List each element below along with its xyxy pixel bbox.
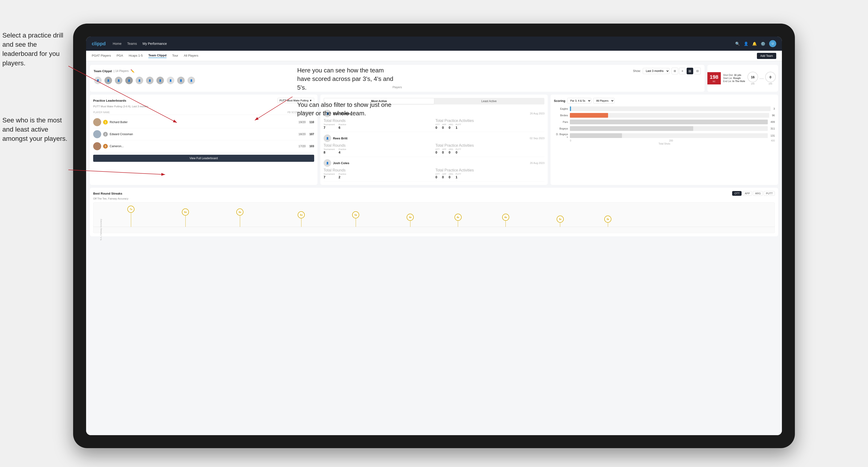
dot-chart-container: 7x 6x 6x 5x [93, 203, 775, 233]
player-avatar-8[interactable]: 👤 [166, 76, 175, 85]
streak-filter-arg[interactable]: ARG [753, 191, 763, 196]
view-card-btn[interactable]: ▤ [687, 68, 693, 74]
dot-5x-1: 5x [298, 211, 305, 227]
pa-arg-3: ARG 0 [448, 173, 453, 179]
subnav-tour[interactable]: Tour [172, 54, 178, 58]
nav-link-myperformance[interactable]: My Performance [143, 42, 167, 45]
lb-name-2: Edward Crossman [110, 132, 297, 136]
show-select[interactable]: Last 3 months [643, 68, 670, 74]
scoring-par-filter[interactable]: Par 3, 4 & 5s [567, 98, 591, 103]
scoring-card: Scoring Par 3, 4 & 5s All Players Eagles [551, 95, 778, 185]
view-full-leaderboard-button[interactable]: View Full Leaderboard [93, 155, 314, 162]
player-avatar-5[interactable]: 👤 [135, 76, 144, 85]
team-top-row: Team Clippd | 14 Players ✏️ Show: Last 3… [94, 68, 701, 74]
lb-avatar-1 [93, 118, 101, 126]
practice-leaderboard-card: Practice Leaderboards PUTT Must Make Put… [90, 95, 317, 185]
dot-bubble-6x-2: 6x [236, 209, 243, 216]
nav-icons: 🔍 👤 🔔 ⚙️ U [735, 40, 776, 47]
annotation-bottom-left: See who is the most and least active amo… [2, 116, 68, 144]
pa-tournament-3: Tournament 7 [323, 173, 335, 179]
lb-row-2: 2 Edward Crossman 18/20 107 [93, 128, 314, 140]
search-icon[interactable]: 🔍 [735, 41, 740, 46]
pa-practice-acts-2: Total Practice Activities OTT 0 APP 0 [435, 144, 545, 154]
lb-avatar-2 [93, 130, 101, 138]
player-avatar-7[interactable]: 👤 [156, 76, 164, 85]
dot-3x-2: 3x [604, 216, 611, 227]
dot-bubble-6x-1: 6x [182, 209, 189, 216]
scoring-players-filter[interactable]: All Players [593, 98, 614, 103]
chart-x-title: Total Shots [554, 143, 775, 145]
show-label: Show: [633, 69, 641, 73]
pa-date-1: 26 Aug 2023 [530, 112, 545, 115]
bar-fill-birdies [570, 113, 608, 118]
person-icon[interactable]: 👤 [744, 41, 748, 46]
pa-practice-3: Practice 2 [338, 173, 346, 179]
shot-circle-2: 0 [765, 72, 776, 82]
nav-link-home[interactable]: Home [113, 42, 121, 45]
dot-6x-1: 6x [182, 209, 189, 227]
subnav-pgat[interactable]: PGAT Players [92, 54, 111, 58]
nav-links: Home Teams My Performance [113, 42, 735, 45]
view-filter-btn[interactable]: ⊟ [694, 68, 701, 74]
subnav-team-clippd[interactable]: Team Clippd [148, 54, 166, 58]
add-team-button[interactable]: Add Team [757, 53, 776, 59]
player-avatar-1[interactable]: 👤 [94, 76, 102, 85]
least-active-tab[interactable]: Least Active [434, 98, 544, 104]
bar-label-bogeys: Bogeys [554, 127, 568, 130]
dot-bubble-4x-3: 4x [502, 214, 509, 221]
streak-filter-putt[interactable]: PUTT [764, 191, 775, 196]
bar-val-eagles: 3 [773, 107, 775, 110]
bar-val-bogeys: 311 [771, 127, 775, 130]
pa-date-2: 02 Sep 2023 [530, 137, 545, 139]
activity-player-3: 👤 Josh Coles 26 Aug 2023 Total Rounds To… [323, 157, 545, 182]
lb-avg-3: 103 [309, 145, 314, 148]
subnav-hcaps[interactable]: Hcaps 1-5 [129, 54, 143, 58]
shot-start-lie: Start Lie: Rough [723, 77, 745, 80]
player-avatar-9[interactable]: 👤 [177, 76, 185, 85]
bar-fill-eagles [570, 106, 571, 111]
players-row: 👤 👤 👤 👤 👤 👤 👤 👤 👤 👤 [94, 76, 701, 85]
team-info: Team Clippd | 14 Players ✏️ [94, 69, 134, 73]
bell-icon[interactable]: 🔔 [752, 41, 757, 46]
pa-total-rounds-1: Total Rounds Tournament 7 Practice 6 [323, 119, 433, 129]
dot-4x-2: 4x [455, 214, 462, 227]
avatar[interactable]: U [769, 40, 776, 47]
pa-name-3: Josh Coles [333, 161, 528, 165]
pa-arg-1: ARG 0 [448, 123, 453, 129]
lb-row-3: 3 Cameron... 17/20 103 [93, 140, 314, 152]
nav-link-teams[interactable]: Teams [127, 42, 137, 45]
view-list-btn[interactable]: ≡ [679, 68, 686, 74]
bar-label-pars: Pars [554, 121, 568, 123]
annotation-right: Here you can see how the team have score… [297, 66, 396, 118]
player-avatar-3[interactable]: 👤 [115, 76, 123, 85]
annotation-top-left: Select a practice drill and see the lead… [2, 31, 68, 68]
dot-5x-2: 5x [352, 211, 359, 227]
pa-app-3: APP 0 [442, 173, 446, 179]
team-title: Team Clippd [94, 69, 112, 73]
players-label: Players [94, 86, 701, 89]
settings-icon[interactable]: ⚙️ [761, 41, 766, 46]
bar-track-dbogeys [570, 133, 768, 138]
player-avatar-2[interactable]: 👤 [104, 76, 113, 85]
bar-row-birdies: Birdies 96 [554, 113, 775, 118]
edit-icon[interactable]: ✏️ [130, 69, 134, 73]
lb-rank-2: 2 [103, 132, 108, 136]
dot-6x-2: 6x [236, 209, 243, 227]
pa-stats-1: Total Rounds Tournament 7 Practice 6 [323, 119, 545, 129]
player-avatar-4[interactable]: 👤 [125, 76, 133, 85]
player-avatar-6[interactable]: 👤 [146, 76, 154, 85]
pa-ott-1: OTT 0 [435, 123, 440, 129]
streak-filter-ott[interactable]: OTT [732, 191, 742, 196]
dot-bubble-3x-2: 3x [604, 216, 611, 223]
shot-dist-line: Shot Dist: 16 yds [723, 74, 745, 76]
bar-row-eagles: Eagles 3 [554, 106, 775, 111]
bar-chart: Eagles 3 Birdies 96 [554, 106, 775, 138]
player-avatar-10[interactable]: 👤 [187, 76, 195, 85]
streak-filter-app[interactable]: APP [743, 191, 752, 196]
subnav-all-players[interactable]: All Players [184, 54, 198, 58]
bar-label-eagles: Eagles [554, 107, 568, 110]
view-icons: ⊞ ≡ ▤ ⊟ [672, 68, 701, 74]
subnav-pga[interactable]: PGA [117, 54, 123, 58]
view-grid-btn[interactable]: ⊞ [672, 68, 678, 74]
show-controls: Show: Last 3 months ⊞ ≡ ▤ ⊟ [633, 68, 701, 74]
